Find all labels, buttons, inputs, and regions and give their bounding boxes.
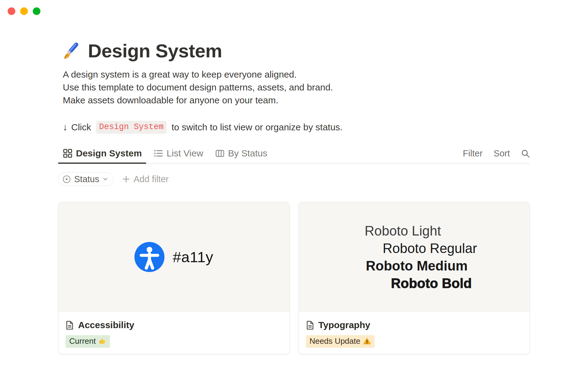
callout-text-after: to switch to list view or organize by st… — [172, 122, 343, 132]
card-cover: #a11y — [58, 202, 289, 312]
tab-label: List View — [167, 148, 203, 159]
tab-design-system[interactable]: Design System — [58, 146, 146, 163]
page-doc-icon — [66, 320, 74, 330]
card-title-row: Typography — [306, 320, 523, 330]
callout-line: ↓ Click Design System to switch to list … — [58, 121, 530, 134]
gallery-view-icon — [63, 149, 72, 158]
callout-text-before: Click — [71, 122, 91, 132]
card-title: Accessibility — [78, 320, 134, 330]
warning-emoji-icon — [363, 337, 371, 345]
status-badge-needs-update: Needs Update — [306, 335, 375, 348]
gallery-grid: #a11y Accessibility Current — [58, 202, 530, 354]
page-doc-icon — [306, 320, 314, 330]
type-specimen-line: Roboto Regular — [383, 240, 477, 257]
thumbs-up-emoji-icon — [99, 337, 106, 345]
card-title-row: Accessibility — [66, 320, 282, 330]
page-title: Design System — [88, 40, 222, 61]
status-badge-current: Current — [66, 335, 110, 348]
add-filter-button[interactable]: Add filter — [122, 174, 168, 184]
status-pill-label: Status — [74, 174, 99, 184]
inline-code-chip: Design System — [96, 121, 167, 134]
board-view-icon — [215, 149, 224, 158]
zoom-window-button[interactable] — [33, 7, 40, 15]
tab-label: Design System — [76, 148, 142, 159]
list-view-icon — [154, 149, 163, 158]
card-cover: Roboto Light Roboto Regular Roboto Mediu… — [299, 202, 530, 312]
card-footer: Typography Needs Update — [299, 312, 530, 348]
description-line: Make assets downloadable for anyone on y… — [63, 94, 530, 107]
status-property-icon — [62, 175, 71, 183]
chevron-down-icon — [103, 176, 108, 182]
cover-hashtag-text: #a11y — [173, 248, 213, 266]
type-specimen-line: Roboto Light — [365, 222, 441, 240]
tab-by-status[interactable]: By Status — [210, 146, 272, 163]
paintbrush-emoji-icon[interactable] — [62, 42, 81, 60]
card-title: Typography — [318, 320, 370, 330]
tab-label: By Status — [228, 148, 267, 159]
close-window-button[interactable] — [8, 7, 15, 15]
status-badge-label: Current — [69, 336, 96, 346]
down-arrow-icon: ↓ — [63, 122, 68, 133]
page-header: Design System — [58, 40, 530, 61]
card-typography[interactable]: Roboto Light Roboto Regular Roboto Mediu… — [299, 202, 530, 354]
plus-icon — [122, 175, 130, 183]
page-body: Design System A design system is a great… — [58, 0, 530, 354]
description-line: A design system is a great way to keep e… — [63, 68, 530, 81]
card-accessibility[interactable]: #a11y Accessibility Current — [58, 202, 290, 354]
description-line: Use this template to document design pat… — [63, 81, 530, 94]
card-footer: Accessibility Current — [58, 312, 289, 348]
status-badge-label: Needs Update — [310, 336, 360, 346]
status-filter-pill[interactable]: Status — [58, 172, 114, 186]
type-specimen-line: Roboto Bold — [391, 274, 472, 292]
tab-list-view[interactable]: List View — [149, 146, 208, 163]
view-toolbar: Design System List View — [58, 146, 530, 164]
search-button[interactable] — [521, 149, 530, 158]
add-filter-label: Add filter — [134, 174, 168, 184]
filter-bar: Status Add filter — [58, 172, 530, 186]
filter-button[interactable]: Filter — [463, 148, 482, 159]
window-controls — [8, 7, 40, 15]
toolbar-actions: Filter Sort — [463, 146, 530, 163]
minimize-window-button[interactable] — [20, 7, 28, 15]
type-specimen-line: Roboto Medium — [366, 257, 468, 274]
sort-button[interactable]: Sort — [494, 148, 510, 159]
page-description: A design system is a great way to keep e… — [58, 68, 530, 107]
accessibility-icon — [134, 242, 164, 272]
